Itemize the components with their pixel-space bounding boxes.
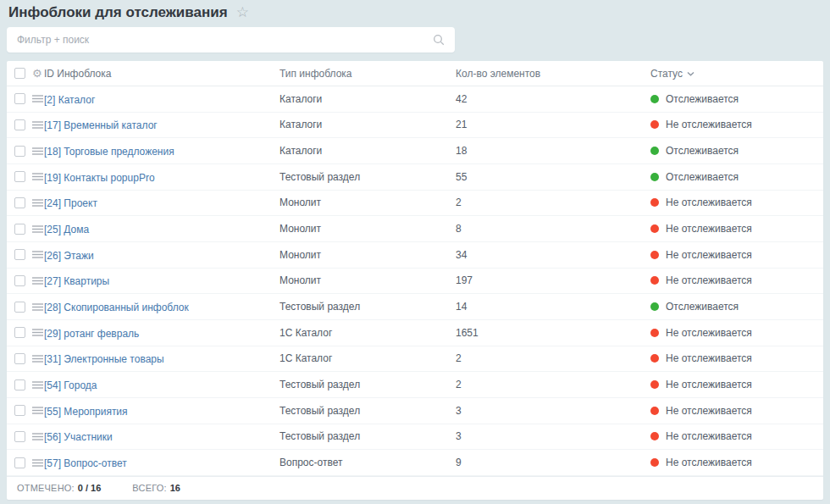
row-checkbox[interactable] [14,93,25,104]
status-label: Не отслеживается [666,457,752,468]
infoblock-link[interactable]: [28] Скопированный инфоблок [44,302,189,313]
row-menu-icon[interactable] [32,147,43,155]
row-checkbox[interactable] [14,405,25,416]
row-menu-icon[interactable] [32,225,43,233]
table-row: [31] Электронные товары 1С Каталог 2 Не … [7,346,823,373]
row-menu-icon[interactable] [32,199,43,207]
row-menu-icon[interactable] [32,355,43,363]
row-menu-icon[interactable] [32,381,43,389]
table-row: [55] Мероприятия Тестовый раздел 3 Не от… [7,398,823,424]
infoblock-link[interactable]: [56] Участники [44,431,113,443]
row-menu-icon[interactable] [32,121,43,129]
column-header-type[interactable]: Тип инфоблока [279,68,456,80]
row-checkbox[interactable] [14,249,25,260]
infoblock-link[interactable]: [19] Контакты popupPro [44,172,155,184]
row-checkbox[interactable] [14,327,25,338]
row-checkbox[interactable] [14,275,25,286]
infoblock-link[interactable]: [29] ротанг февраль [44,328,139,340]
row-menu-icon[interactable] [32,459,43,467]
status-dot [650,432,659,440]
infoblock-type: Монолит [279,197,456,208]
infoblock-type: Монолит [279,249,456,261]
row-checkbox[interactable] [14,197,25,208]
infoblocks-table: ⚙ ID Инфоблока Тип инфоблока Кол-во элем… [7,61,823,500]
infoblock-count: 34 [456,249,650,261]
row-checkbox[interactable] [14,171,25,182]
status-dot [650,329,659,337]
row-menu-icon[interactable] [32,407,43,414]
row-checkbox[interactable] [14,431,25,442]
table-row: [27] Квартиры Монолит 197 Не отслеживает… [7,269,823,295]
row-menu-icon[interactable] [32,173,43,180]
row-checkbox[interactable] [14,379,25,390]
favorite-star-icon[interactable]: ☆ [236,5,249,21]
infoblock-link[interactable]: [27] Квартиры [44,275,109,287]
row-checkbox[interactable] [14,353,25,364]
row-checkbox[interactable] [14,119,25,130]
select-all-checkbox[interactable] [14,68,25,79]
status-dot [650,380,659,389]
status-label: Не отслеживается [666,405,752,417]
status-label: Не отслеживается [666,274,752,286]
table-row: [29] ротанг февраль 1С Каталог 1651 Не о… [7,320,823,346]
row-menu-icon[interactable] [32,95,43,102]
row-checkbox[interactable] [14,302,25,313]
table-row: [25] Дома Монолит 8 Не отслеживается [7,216,823,242]
infoblock-link[interactable]: [17] Временный каталог [44,119,158,131]
infoblock-count: 55 [456,171,650,183]
infoblock-type: 1С Каталог [279,352,456,364]
infoblock-count: 3 [456,430,650,442]
infoblock-count: 9 [456,457,650,468]
filter-search-bar[interactable]: Фильтр + поиск [7,27,455,53]
infoblock-link[interactable]: [18] Торговые предложения [44,146,174,158]
status-dot [650,198,659,207]
table-row: [2] Каталог Каталоги 42 Отслеживается [7,86,823,113]
infoblock-link[interactable]: [24] Проект [44,197,97,209]
column-header-status-label: Статус [650,68,683,80]
page-title: Инфоблоки для отслеживания [8,4,228,21]
infoblock-link[interactable]: [2] Каталог [44,94,95,106]
infoblock-count: 42 [456,93,650,105]
row-menu-icon[interactable] [32,277,43,285]
infoblock-type: Каталоги [279,93,456,105]
infoblock-type: Монолит [279,274,456,286]
row-menu-icon[interactable] [32,433,43,440]
status-label: Отслеживается [666,171,739,183]
row-checkbox[interactable] [14,146,25,157]
row-checkbox[interactable] [14,224,25,235]
infoblock-link[interactable]: [55] Мероприятия [44,406,128,418]
search-icon[interactable] [433,34,445,46]
infoblock-type: Тестовый раздел [279,405,456,417]
status-dot [650,224,659,233]
table-row: [24] Проект Монолит 2 Не отслеживается [7,191,823,217]
infoblock-link[interactable]: [54] Города [44,379,97,391]
infoblock-link[interactable]: [57] Вопрос-ответ [44,457,127,469]
grid-settings-gear-icon[interactable]: ⚙ [32,68,42,79]
column-header-id[interactable]: ID Инфоблока [44,68,279,80]
row-menu-icon[interactable] [32,329,43,336]
column-header-status[interactable]: Статус [650,68,823,80]
checked-count-value: 0 / 16 [78,483,102,493]
table-row: [17] Временный каталог Каталоги 21 Не от… [7,113,823,139]
page: Инфоблоки для отслеживания ☆ Фильтр + по… [0,0,830,500]
infoblock-count: 2 [456,197,650,208]
status-dot [650,147,659,155]
table-body: [2] Каталог Каталоги 42 Отслеживается [1… [7,86,823,476]
row-checkbox[interactable] [14,457,25,468]
status-dot [650,302,659,311]
status-dot [650,354,659,363]
infoblock-link[interactable]: [25] Дома [44,224,89,235]
status-dot [650,120,659,129]
row-menu-icon[interactable] [32,251,43,258]
column-header-count[interactable]: Кол-во элементов [456,68,650,80]
infoblock-type: 1С Каталог [279,327,456,339]
infoblock-link[interactable]: [26] Этажи [44,250,94,262]
filter-search-input[interactable]: Фильтр + поиск [17,34,433,46]
table-row: [28] Скопированный инфоблок Тестовый раз… [7,294,823,320]
infoblock-link[interactable]: [31] Электронные товары [44,353,164,365]
infoblock-count: 2 [456,352,650,364]
status-dot [650,458,659,467]
row-menu-icon[interactable] [32,303,43,311]
status-dot [650,95,659,103]
infoblock-count: 21 [456,119,650,130]
